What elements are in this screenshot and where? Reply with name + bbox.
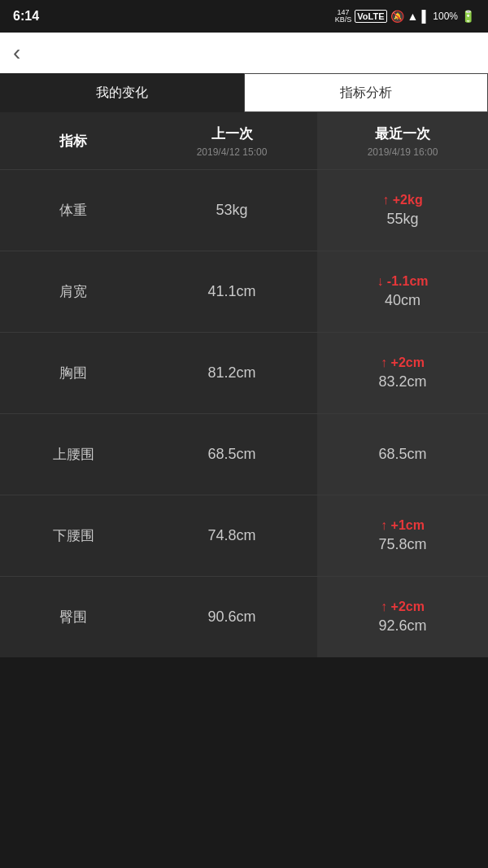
cell-prev: 68.5cm: [146, 414, 317, 495]
change-label: ↓ -1.1cm: [377, 274, 428, 289]
indicator-label: 体重: [59, 201, 87, 220]
table-row: 下腰围 74.8cm ↑ +1cm 75.8cm: [0, 495, 488, 576]
current-value: 92.6cm: [378, 617, 426, 635]
network-unit: KB/S: [335, 16, 352, 24]
current-value: 75.8cm: [378, 536, 426, 553]
cell-indicator: 上腰围: [0, 414, 146, 495]
table-row: 上腰围 68.5cm 68.5cm: [0, 413, 488, 495]
cell-indicator: 体重: [0, 170, 146, 251]
table-row: 胸围 81.2cm ↑ +2cm 83.2cm: [0, 332, 488, 413]
status-time: 6:14: [13, 9, 39, 24]
cell-prev: 53kg: [146, 170, 317, 251]
cell-prev: 74.8cm: [146, 495, 317, 576]
current-value: 40cm: [385, 292, 420, 309]
wifi-icon: ▲: [407, 10, 419, 23]
cell-latest: ↑ +2cm 83.2cm: [317, 333, 488, 413]
header-prev: 上一次 2019/4/12 15:00: [146, 112, 317, 169]
battery-text: 100%: [433, 11, 458, 22]
prev-value: 90.6cm: [207, 608, 255, 626]
mute-icon: 🔕: [390, 10, 404, 23]
cell-indicator: 下腰围: [0, 495, 146, 576]
top-nav: ‹: [0, 33, 488, 73]
rows-container: 体重 53kg ↑ +2kg 55kg 肩宽 41.1cm ↓ -1.1cm 4…: [0, 169, 488, 657]
current-value: 83.2cm: [378, 373, 426, 390]
table-row: 臀围 90.6cm ↑ +2cm 92.6cm: [0, 576, 488, 657]
change-label: ↑ +1cm: [381, 518, 425, 533]
header-indicator: 指标: [0, 112, 146, 169]
cell-latest: ↑ +2cm 92.6cm: [317, 577, 488, 657]
change-label: ↑ +2cm: [381, 355, 425, 370]
prev-value: 81.2cm: [207, 364, 255, 382]
tab-bar: 我的变化 指标分析: [0, 73, 488, 112]
cell-latest: ↓ -1.1cm 40cm: [317, 251, 488, 332]
change-label: ↑ +2kg: [382, 193, 422, 207]
signal-icon: ▌: [421, 10, 429, 23]
indicator-label: 臀围: [59, 608, 87, 626]
cell-prev: 81.2cm: [146, 333, 317, 413]
prev-value: 53kg: [216, 202, 247, 219]
prev-value: 41.1cm: [207, 283, 255, 300]
battery-icon: 🔋: [461, 10, 475, 23]
cell-latest: ↑ +2kg 55kg: [317, 170, 488, 251]
indicator-label: 肩宽: [59, 282, 87, 301]
cell-indicator: 胸围: [0, 333, 146, 413]
prev-value: 68.5cm: [207, 446, 255, 463]
tab-my-changes[interactable]: 我的变化: [0, 73, 244, 112]
back-button[interactable]: ‹: [13, 40, 20, 66]
current-value: 55kg: [386, 211, 418, 228]
indicator-label: 胸围: [59, 364, 87, 382]
table-header: 指标 上一次 2019/4/12 15:00 最近一次 2019/4/19 16…: [0, 112, 488, 169]
status-network: 147 KB/S: [335, 9, 352, 24]
cell-latest: 68.5cm: [317, 414, 488, 495]
change-label: ↑ +2cm: [381, 600, 425, 614]
data-table: 指标 上一次 2019/4/12 15:00 最近一次 2019/4/19 16…: [0, 112, 488, 657]
cell-indicator: 臀围: [0, 577, 146, 657]
header-latest: 最近一次 2019/4/19 16:00: [317, 112, 488, 169]
cell-indicator: 肩宽: [0, 251, 146, 332]
volte-icon: VoLTE: [355, 10, 386, 23]
prev-value: 74.8cm: [207, 527, 255, 544]
current-value: 68.5cm: [378, 446, 426, 463]
table-row: 体重 53kg ↑ +2kg 55kg: [0, 169, 488, 251]
tab-indicator-analysis[interactable]: 指标分析: [244, 73, 488, 112]
status-bar: 6:14 147 KB/S VoLTE 🔕 ▲ ▌ 100% 🔋: [0, 0, 488, 33]
cell-prev: 41.1cm: [146, 251, 317, 332]
indicator-label: 下腰围: [53, 526, 94, 545]
status-right: 147 KB/S VoLTE 🔕 ▲ ▌ 100% 🔋: [335, 9, 475, 24]
indicator-label: 上腰围: [53, 445, 94, 464]
table-row: 肩宽 41.1cm ↓ -1.1cm 40cm: [0, 251, 488, 332]
cell-prev: 90.6cm: [146, 577, 317, 657]
cell-latest: ↑ +1cm 75.8cm: [317, 495, 488, 576]
